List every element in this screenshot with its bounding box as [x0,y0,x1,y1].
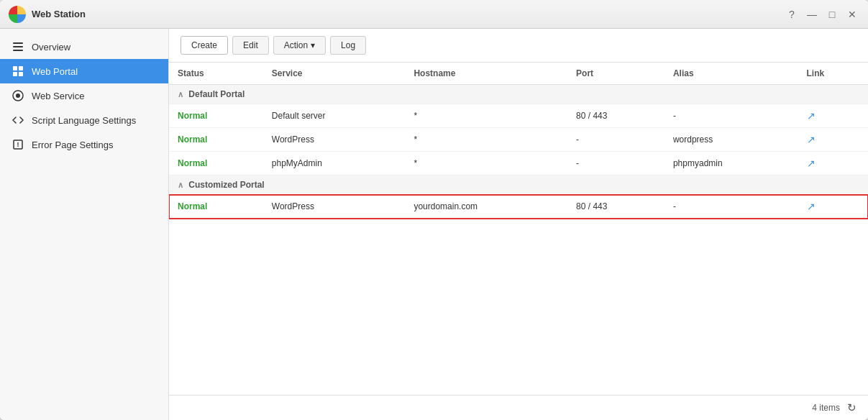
application-window: Web Station ? — □ ✕ Overview [0,0,868,420]
external-link-icon[interactable]: ↗ [807,158,816,169]
help-button[interactable]: ? [785,7,799,22]
status-badge: Normal [178,111,207,121]
col-port: Port [567,63,664,85]
alias-cell: - [664,195,798,219]
edit-button[interactable]: Edit [232,36,269,55]
service-icon [12,89,24,102]
port-cell: 80 / 443 [567,195,664,219]
footer-bar: 4 items ↻ [169,395,868,420]
window-controls: ? — □ ✕ [785,7,859,22]
content-area: Create Edit Action ▾ Log Status Service … [169,29,868,420]
group-customized-portal: ∧ Customized Portal [169,175,868,195]
col-link: Link [798,63,868,85]
table-row[interactable]: Normal Default server * 80 / 443 - ↗ [169,104,868,128]
hostname-cell: * [405,104,567,128]
service-cell: Default server [263,104,406,128]
table-row[interactable]: Normal WordPress * - wordpress ↗ [169,128,868,152]
sidebar-item-error-page[interactable]: ! Error Page Settings [0,132,168,157]
port-cell: 80 / 443 [567,104,664,128]
svg-rect-5 [13,72,17,76]
external-link-icon[interactable]: ↗ [807,110,816,122]
alias-cell: wordpress [664,128,798,152]
sidebar-item-web-portal[interactable]: Web Portal [0,59,168,83]
collapse-icon: ∧ [178,181,183,189]
sidebar-item-overview[interactable]: Overview [0,35,168,59]
sidebar-label-web-service: Web Service [32,91,84,101]
service-cell: WordPress [263,195,406,219]
svg-rect-6 [19,72,23,76]
items-count: 4 items [812,403,840,413]
col-service: Service [263,63,406,85]
service-cell: WordPress [263,128,406,152]
port-cell: - [567,128,664,152]
hostname-cell: * [405,152,567,175]
table-header-row: Status Service Hostname Port Alias Link [169,63,868,85]
group-default-portal: ∧ Default Portal [169,85,868,104]
main-content: Overview Web Portal [0,29,868,420]
code-icon [12,114,24,127]
alias-cell: phpmyadmin [664,152,798,175]
close-button[interactable]: ✕ [845,7,859,22]
sidebar-label-overview: Overview [32,42,70,52]
maximize-button[interactable]: □ [825,7,839,22]
col-hostname: Hostname [405,63,567,85]
toolbar: Create Edit Action ▾ Log [169,29,868,63]
error-icon: ! [12,138,24,151]
table-row[interactable]: Normal WordPress yourdomain.com 80 / 443… [169,195,868,219]
svg-point-7 [16,93,20,98]
sidebar-item-web-service[interactable]: Web Service [0,83,168,108]
svg-text:!: ! [17,141,19,148]
app-logo [9,6,26,23]
status-badge: Normal [178,158,207,168]
refresh-icon[interactable]: ↻ [847,401,856,414]
sidebar-item-script-language[interactable]: Script Language Settings [0,108,168,132]
port-cell: - [567,152,664,175]
table-container: Status Service Hostname Port Alias Link [169,63,868,395]
service-cell: phpMyAdmin [263,152,406,175]
group-customized-label: Customized Portal [188,180,264,190]
status-badge: Normal [178,134,207,145]
svg-rect-3 [13,66,17,70]
external-link-icon[interactable]: ↗ [807,201,816,212]
portal-icon [12,65,24,78]
portal-table: Status Service Hostname Port Alias Link [169,63,868,219]
alias-cell: - [664,104,798,128]
status-badge: Normal [178,201,207,211]
col-status: Status [169,63,263,85]
col-alias: Alias [664,63,798,85]
action-button[interactable]: Action ▾ [273,36,326,55]
svg-rect-1 [13,46,23,47]
svg-rect-0 [13,42,23,44]
svg-rect-4 [19,66,23,70]
log-button[interactable]: Log [330,36,366,55]
collapse-icon: ∧ [178,90,183,99]
hostname-cell: * [405,128,567,152]
svg-rect-2 [13,50,23,51]
list-icon [12,40,24,53]
app-title: Web Station [32,9,785,19]
hostname-cell: yourdomain.com [405,195,567,219]
sidebar-label-web-portal: Web Portal [32,66,78,77]
minimize-button[interactable]: — [805,7,819,22]
external-link-icon[interactable]: ↗ [807,134,816,145]
action-arrow-icon: ▾ [311,40,315,50]
table-row[interactable]: Normal phpMyAdmin * - phpmyadmin ↗ [169,152,868,175]
sidebar: Overview Web Portal [0,29,169,420]
create-button[interactable]: Create [181,36,228,55]
sidebar-label-error-page: Error Page Settings [32,140,113,150]
sidebar-label-script-language: Script Language Settings [32,115,136,126]
title-bar: Web Station ? — □ ✕ [0,0,868,29]
group-default-label: Default Portal [188,89,245,99]
